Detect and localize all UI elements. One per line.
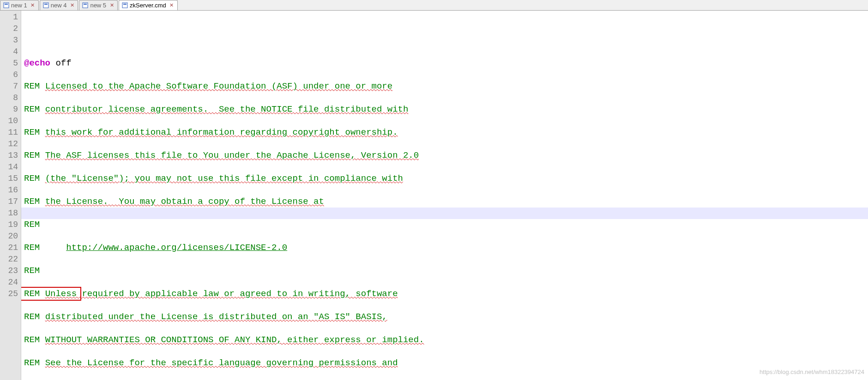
at-echo: @echo (24, 58, 50, 68)
svg-rect-2 (43, 3, 48, 8)
tab-label: new 5 (90, 0, 106, 11)
comment: Unless required by applicable law or agr… (45, 289, 398, 299)
tab-zkserver[interactable]: zkServer.cmd ✕ (119, 0, 178, 10)
off: off (50, 58, 72, 68)
code-area[interactable]: @echo off REM Licensed to the Apache Sof… (21, 11, 868, 380)
rem: REM (24, 266, 40, 276)
svg-rect-4 (83, 3, 88, 8)
rem: REM (24, 150, 40, 160)
rem: REM (24, 127, 40, 137)
tab-label: zkServer.cmd (130, 0, 166, 11)
close-icon[interactable]: ✕ (69, 3, 75, 8)
comment: this work for additional information reg… (45, 127, 398, 137)
comment: The ASF licenses this file to You under … (45, 150, 419, 160)
rem: REM (24, 81, 40, 91)
line-number-gutter: 1 2 3 4 5 6 7 8 9 10 11 12 13 14 15 16 1… (0, 11, 21, 380)
file-icon (82, 2, 88, 8)
tab-new-1[interactable]: new 1 ✕ (0, 0, 39, 10)
file-icon (3, 2, 9, 8)
comment: See the License for the specific languag… (45, 358, 398, 368)
tab-label: new 1 (11, 0, 27, 11)
comment: the License. You may obtain a copy of th… (45, 196, 324, 207)
rem: REM (24, 220, 40, 230)
url: http://www.apache.org/licenses/LICENSE-2… (66, 243, 287, 253)
close-icon[interactable]: ✕ (169, 3, 175, 8)
highlight-box (21, 287, 81, 301)
rem: REM (24, 335, 40, 345)
comment: WITHOUT WARRANTIES OR CONDITIONS OF ANY … (45, 335, 424, 345)
tab-new-5[interactable]: new 5 ✕ (79, 0, 118, 10)
rem: REM (24, 104, 40, 114)
tab-bar: new 1 ✕ new 4 ✕ new 5 ✕ zkServer.cmd ✕ (0, 0, 868, 11)
editor[interactable]: 1 2 3 4 5 6 7 8 9 10 11 12 13 14 15 16 1… (0, 11, 868, 380)
svg-rect-1 (5, 4, 8, 5)
rem: REM (24, 173, 40, 184)
svg-rect-6 (122, 3, 127, 8)
code-content: @echo off REM Licensed to the Apache Sof… (24, 46, 868, 380)
comment: contributor license agreements. See the … (45, 104, 409, 114)
rem: REM (24, 312, 40, 322)
svg-rect-0 (4, 3, 9, 8)
svg-rect-7 (123, 4, 127, 5)
comment: distributed under the License is distrib… (45, 312, 387, 322)
rem: REM (24, 243, 40, 253)
tab-new-4[interactable]: new 4 ✕ (40, 0, 78, 10)
file-icon (43, 2, 49, 8)
comment: Licensed to the Apache Software Foundati… (45, 81, 393, 91)
rem: REM (24, 196, 40, 207)
comment: (the "License"); you may not use this fi… (45, 173, 403, 184)
svg-rect-5 (84, 4, 87, 5)
file-icon (122, 2, 128, 8)
close-icon[interactable]: ✕ (109, 3, 115, 8)
svg-rect-3 (44, 4, 48, 5)
tab-label: new 4 (51, 0, 67, 11)
close-icon[interactable]: ✕ (30, 3, 36, 8)
rem: REM (24, 358, 40, 368)
watermark: https://blog.csdn.net/whm18322394724 (760, 366, 864, 378)
